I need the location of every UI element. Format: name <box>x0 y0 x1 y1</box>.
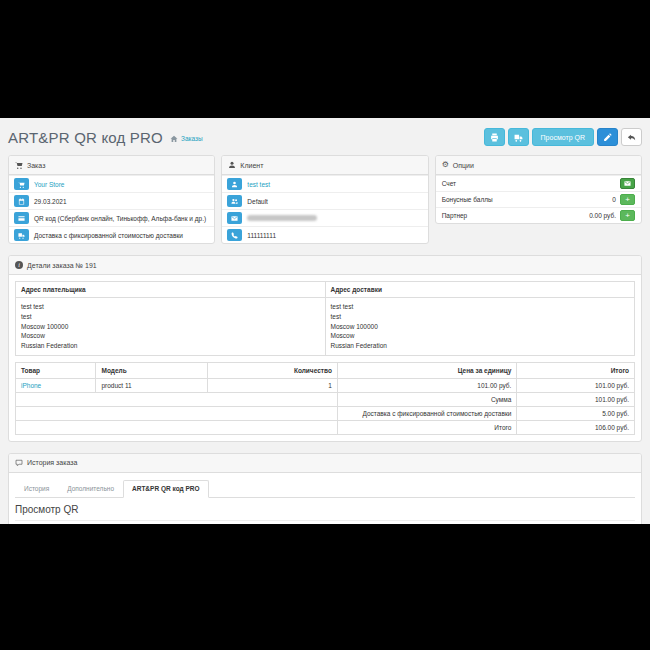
shipping-address-header: Адрес доставки <box>325 282 635 298</box>
col-total: Итого <box>517 362 635 378</box>
date-row: 29.03.2021 <box>9 192 214 209</box>
customer-name-row: test test <box>222 175 427 192</box>
shipping-total-label: Доставка с фиксированной стоимостью дост… <box>337 406 517 420</box>
col-model: Модель <box>96 362 207 378</box>
order-details-heading: i Детали заказа № 191 <box>9 256 641 275</box>
subtotal-label: Сумма <box>337 392 517 406</box>
gear-icon: ⚙ <box>442 161 449 169</box>
col-quantity: Количество <box>207 362 337 378</box>
customer-email-redacted <box>247 215 317 221</box>
page-header: ART&PR QR код PRO Заказы Просмотр QR <box>8 128 642 146</box>
toolbar: Просмотр QR <box>484 128 642 146</box>
page-title: ART&PR QR код PRO <box>8 129 163 146</box>
order-history-panel: История заказа История Дополнительно ART… <box>8 453 642 524</box>
payment-method-row: QR код (Сбербанк онлайн, Тинькофф, Альфа… <box>9 209 214 226</box>
options-panel-title: Опции <box>453 162 474 169</box>
truck-icon <box>14 229 29 241</box>
customer-link[interactable]: test test <box>247 181 270 188</box>
history-tabs: История Дополнительно ART&PR QR код PRO <box>15 479 635 498</box>
payment-address-header: Адрес плательщика <box>16 282 326 298</box>
order-panel: Заказ Your Store 29.03.2021 QR код (Сбер… <box>8 155 215 244</box>
shipping-list-button[interactable] <box>508 128 529 146</box>
admin-content: ART&PR QR код PRO Заказы Просмотр QR <box>0 118 650 524</box>
order-history-title: История заказа <box>27 459 77 466</box>
tab-history[interactable]: История <box>15 480 58 498</box>
customer-phone-row: 111111111 <box>222 226 427 243</box>
shipping-method: Доставка с фиксированной стоимостью дост… <box>34 232 183 239</box>
affiliate-row: Партнер 0.00 руб. + <box>436 207 641 223</box>
invoice-label: Счет <box>442 180 456 187</box>
calendar-icon <box>14 195 29 207</box>
payment-method: QR код (Сбербанк онлайн, Тинькофф, Альфа… <box>34 215 206 222</box>
envelope-icon <box>624 180 631 187</box>
credit-card-icon <box>14 212 29 224</box>
customer-panel-heading: Клиент <box>222 156 427 175</box>
info-circle-icon: i <box>15 261 23 269</box>
plus-icon: + <box>625 212 630 220</box>
total-row-grand: Итого 106.00 руб. <box>16 420 635 434</box>
store-row: Your Store <box>9 175 214 192</box>
product-link[interactable]: iPhone <box>21 382 41 389</box>
shipping-address: test test test Moscow 100000 Moscow Russ… <box>325 298 635 356</box>
customer-phone: 111111111 <box>247 232 276 239</box>
user-icon <box>228 161 236 169</box>
shipping-total-value: 5.00 руб. <box>517 406 635 420</box>
plus-icon: + <box>625 196 630 204</box>
view-qr-button[interactable]: Просмотр QR <box>532 128 594 146</box>
breadcrumb-orders-link[interactable]: Заказы <box>181 135 203 142</box>
print-icon <box>490 133 499 142</box>
customer-panel-title: Клиент <box>240 162 263 169</box>
pencil-icon <box>603 133 612 142</box>
generate-invoice-button[interactable] <box>620 178 635 189</box>
total-row-shipping: Доставка с фиксированной стоимостью дост… <box>16 406 635 420</box>
print-invoice-button[interactable] <box>484 128 505 146</box>
subtotal-value: 101.00 руб. <box>517 392 635 406</box>
edit-order-button[interactable] <box>597 128 618 146</box>
shopping-cart-icon <box>15 161 23 169</box>
product-unit-price: 101.00 руб. <box>337 378 517 392</box>
breadcrumb: Заказы <box>170 135 203 143</box>
grand-total-label: Итого <box>337 420 517 434</box>
customer-panel: Клиент test test Default 111111111 <box>221 155 428 244</box>
shipping-method-row: Доставка с фиксированной стоимостью дост… <box>9 226 214 243</box>
envelope-icon <box>227 212 242 224</box>
back-button[interactable] <box>621 128 642 146</box>
home-icon[interactable] <box>170 135 178 143</box>
order-date: 29.03.2021 <box>34 198 67 205</box>
total-row-subtotal: Сумма 101.00 руб. <box>16 392 635 406</box>
order-panel-title: Заказ <box>27 162 45 169</box>
tab-additional[interactable]: Дополнительно <box>58 480 123 498</box>
store-link[interactable]: Your Store <box>34 181 64 188</box>
user-icon <box>227 178 242 190</box>
order-details-panel: i Детали заказа № 191 Адрес плательщика … <box>8 255 642 442</box>
customer-group: Default <box>247 198 268 205</box>
order-details-title: Детали заказа № 191 <box>27 262 97 269</box>
product-quantity: 1 <box>207 378 337 392</box>
options-panel: ⚙ Опции Счет Бонусные баллы 0 + Партнер … <box>435 155 642 224</box>
order-history-heading: История заказа <box>9 454 641 473</box>
customer-email-row <box>222 209 427 226</box>
tab-artpr-qr[interactable]: ART&PR QR код PRO <box>123 480 209 498</box>
qr-section-heading: Просмотр QR <box>15 504 635 521</box>
add-commission-button[interactable]: + <box>620 210 635 221</box>
invoice-row: Счет <box>436 175 641 191</box>
reply-arrow-icon <box>627 133 636 142</box>
grand-total-value: 106.00 руб. <box>517 420 635 434</box>
reward-points-value: 0 <box>612 196 616 203</box>
products-table: Товар Модель Количество Цена за единицу … <box>15 362 635 435</box>
shopping-cart-icon <box>14 178 29 190</box>
reward-points-row: Бонусные баллы 0 + <box>436 191 641 207</box>
summary-panels: Заказ Your Store 29.03.2021 QR код (Сбер… <box>8 155 642 244</box>
payment-address: test test test Moscow 100000 Moscow Russ… <box>16 298 326 356</box>
affiliate-value: 0.00 руб. <box>589 212 616 219</box>
affiliate-label: Партнер <box>442 212 468 219</box>
product-total: 101.00 руб. <box>517 378 635 392</box>
products-header-row: Товар Модель Количество Цена за единицу … <box>16 362 635 378</box>
col-product: Товар <box>16 362 96 378</box>
user-group-icon <box>227 195 242 207</box>
product-row: iPhone product 11 1 101.00 руб. 101.00 р… <box>16 378 635 392</box>
add-reward-points-button[interactable]: + <box>620 194 635 205</box>
customer-group-row: Default <box>222 192 427 209</box>
product-model: product 11 <box>96 378 207 392</box>
reward-points-label: Бонусные баллы <box>442 196 493 203</box>
